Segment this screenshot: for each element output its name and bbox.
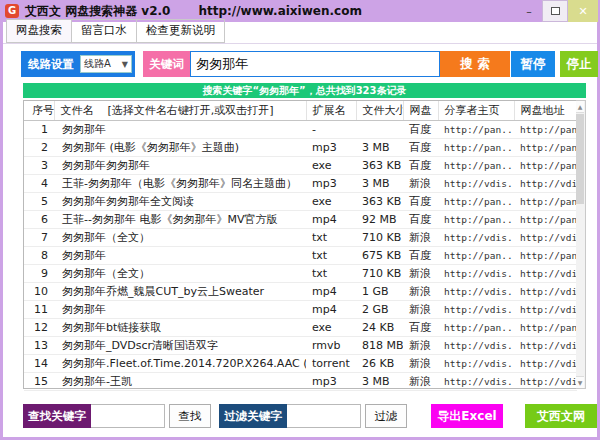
cell-index: 3 [24, 156, 54, 174]
cell-address-link[interactable]: http://pan.... [514, 210, 577, 228]
cell-filename[interactable]: 匆匆那年匆匆那年 [54, 156, 306, 174]
cell-filename[interactable]: 匆匆那年.Fleet.of.Time.2014.720P.X264.AAC (1… [54, 354, 306, 372]
table-row[interactable]: 8匆匆那年txt675 KB百度http://pan....http://pan… [24, 246, 577, 264]
search-button[interactable]: 搜 索 [440, 51, 510, 77]
cell-address-link[interactable]: http://pan.... [514, 318, 577, 336]
cell-disk: 百度 [403, 138, 438, 156]
table-row[interactable]: 6王菲--匆匆那年 电影《匆匆那年》MV官方版mp492 MB百度http://… [24, 210, 577, 228]
line-settings-label: 线路设置 [28, 57, 74, 72]
cell-filename[interactable]: 王菲-匆匆那年（电影《匆匆那年》同名主题曲） [54, 174, 306, 192]
vertical-scrollbar[interactable]: ▲ ▼ [576, 100, 586, 389]
aixiwen-site-button[interactable]: 艾西文网 [525, 404, 597, 428]
find-button[interactable]: 查找 [169, 404, 211, 428]
cell-filename[interactable]: 王菲--匆匆那年 电影《匆匆那年》MV官方版 [54, 210, 306, 228]
pause-button[interactable]: 暂停 [511, 51, 555, 77]
toolbar: 线路设置 线路A ▼ 关键词 搜 索 暂停 停止 [3, 51, 597, 78]
cell-sharer-link[interactable]: http://vdis... [438, 336, 514, 354]
table-row[interactable]: 11匆匆那年mp42 GB新浪http://vdis...http://vdis… [24, 300, 577, 318]
tab-pan-search[interactable]: 网盘搜索 [6, 19, 72, 43]
cell-filename[interactable]: 匆匆那年bt链接获取 [54, 318, 306, 336]
cell-filename[interactable]: 匆匆那年-王凯 [54, 372, 306, 390]
table-row[interactable]: 15匆匆那年-王凯mp33 MB新浪http://vdis...http://v… [24, 372, 577, 390]
cell-ext: mp3 [306, 372, 356, 390]
cell-filename[interactable]: 匆匆那年乔燃_魏晨CUT_by云上Sweater [54, 282, 306, 300]
close-button[interactable]: ✕ [568, 0, 598, 22]
cell-index: 13 [24, 336, 54, 354]
cell-filename[interactable]: 匆匆那年_DVDscr清晰国语双字 [54, 336, 306, 354]
find-keyword-label: 查找关键字 [23, 404, 91, 428]
tab-update-notes[interactable]: 检查更新说明 [137, 19, 225, 43]
cell-address-link[interactable]: http://vdis... [514, 174, 577, 192]
scroll-down-icon[interactable]: ▼ [576, 376, 584, 388]
scroll-up-icon[interactable]: ▲ [576, 101, 584, 113]
header-disk: 网盘 [403, 101, 438, 120]
table-row[interactable]: 2匆匆那年 (电影《匆匆那年》主题曲)mp33 MB百度http://pan..… [24, 138, 577, 156]
cell-ext: torrent [306, 354, 356, 372]
export-excel-button[interactable]: 导出Excel [431, 404, 503, 428]
cell-index: 7 [24, 228, 54, 246]
cell-size: 710 KB [356, 264, 403, 282]
cell-address-link[interactable]: http://pan.... [514, 120, 577, 138]
cell-filename[interactable]: 匆匆那年 [54, 300, 306, 318]
cell-address-link[interactable]: http://vdis... [514, 354, 577, 372]
cell-sharer-link[interactable]: http://pan.... [438, 318, 514, 336]
cell-sharer-link[interactable]: http://pan.... [438, 138, 514, 156]
cell-filename[interactable]: 匆匆那年（全文） [54, 264, 306, 282]
table-row[interactable]: 5匆匆那年匆匆那年全文阅读exe363 KB百度http://pan....ht… [24, 192, 577, 210]
cell-sharer-link[interactable]: http://vdis... [438, 372, 514, 390]
cell-filename[interactable]: 匆匆那年匆匆那年全文阅读 [54, 192, 306, 210]
cell-address-link[interactable]: http://vdis... [514, 372, 577, 390]
cell-sharer-link[interactable]: http://pan.... [438, 210, 514, 228]
cell-filename[interactable]: 匆匆那年 [54, 246, 306, 264]
table-row[interactable]: 9匆匆那年（全文）txt710 KB新浪http://vdis...http:/… [24, 264, 577, 282]
find-keyword-input[interactable] [91, 404, 165, 428]
cell-sharer-link[interactable]: http://pan.... [438, 120, 514, 138]
search-result-status: 搜索关键字“匆匆那年”，总共找到323条记录 [23, 83, 586, 98]
maximize-button[interactable] [542, 0, 568, 22]
cell-sharer-link[interactable]: http://vdis... [438, 300, 514, 318]
cell-disk: 百度 [403, 192, 438, 210]
table-row[interactable]: 1匆匆那年-百度http://pan....http://pan.... [24, 120, 577, 138]
cell-index: 8 [24, 246, 54, 264]
cell-filename[interactable]: 匆匆那年 [54, 120, 306, 138]
cell-ext: txt [306, 264, 356, 282]
table-row[interactable]: 4王菲-匆匆那年（电影《匆匆那年》同名主题曲）mp33 MB新浪http://v… [24, 174, 577, 192]
line-select[interactable]: 线路A ▼ [80, 55, 132, 73]
cell-address-link[interactable]: http://vdis... [514, 336, 577, 354]
cell-sharer-link[interactable]: http://vdis... [438, 264, 514, 282]
tab-message-board[interactable]: 留言口水 [72, 19, 137, 43]
table-row[interactable]: 3匆匆那年匆匆那年exe363 KB百度http://pan....http:/… [24, 156, 577, 174]
filter-keyword-input[interactable] [287, 404, 361, 428]
client-area: 网盘搜索 留言口水 检查更新说明 线路设置 线路A ▼ 关键词 搜 索 暂停 停… [3, 22, 597, 437]
cell-filename[interactable]: 匆匆那年（全文） [54, 228, 306, 246]
cell-filename[interactable]: 匆匆那年 (电影《匆匆那年》主题曲) [54, 138, 306, 156]
keyword-input[interactable] [190, 51, 440, 77]
table-row[interactable]: 7匆匆那年（全文）txt710 KB新浪http://vdis...http:/… [24, 228, 577, 246]
table-row[interactable]: 14匆匆那年.Fleet.of.Time.2014.720P.X264.AAC … [24, 354, 577, 372]
cell-sharer-link[interactable]: http://vdis... [438, 282, 514, 300]
cell-address-link[interactable]: http://vdis... [514, 282, 577, 300]
table-row[interactable]: 12匆匆那年bt链接获取exe24 KB百度http://pan....http… [24, 318, 577, 336]
cell-sharer-link[interactable]: http://vdis... [438, 228, 514, 246]
cell-ext: txt [306, 246, 356, 264]
filter-button[interactable]: 过滤 [365, 404, 407, 428]
cell-size: 26 KB [356, 354, 403, 372]
cell-sharer-link[interactable]: http://pan.... [438, 192, 514, 210]
cell-address-link[interactable]: http://pan.... [514, 192, 577, 210]
stop-button[interactable]: 停止 [560, 51, 598, 77]
cell-sharer-link[interactable]: http://pan.... [438, 156, 514, 174]
minimize-button[interactable]: – [516, 0, 542, 22]
cell-address-link[interactable]: http://vdis... [514, 264, 577, 282]
cell-sharer-link[interactable]: http://vdis... [438, 174, 514, 192]
cell-address-link[interactable]: http://vdis... [514, 300, 577, 318]
cell-address-link[interactable]: http://pan.... [514, 156, 577, 174]
table-row[interactable]: 10匆匆那年乔燃_魏晨CUT_by云上Sweatermp41 GB新浪http:… [24, 282, 577, 300]
cell-address-link[interactable]: http://pan.... [514, 138, 577, 156]
cell-address-link[interactable]: http://vdis... [514, 228, 577, 246]
scrollbar-thumb[interactable] [576, 114, 584, 204]
table-row[interactable]: 13匆匆那年_DVDscr清晰国语双字rmvb818 MB新浪http://vd… [24, 336, 577, 354]
cell-sharer-link[interactable]: http://pan.... [438, 246, 514, 264]
cell-sharer-link[interactable]: http://vdis... [438, 354, 514, 372]
cell-size: 2 GB [356, 300, 403, 318]
cell-address-link[interactable]: http://pan.... [514, 246, 577, 264]
